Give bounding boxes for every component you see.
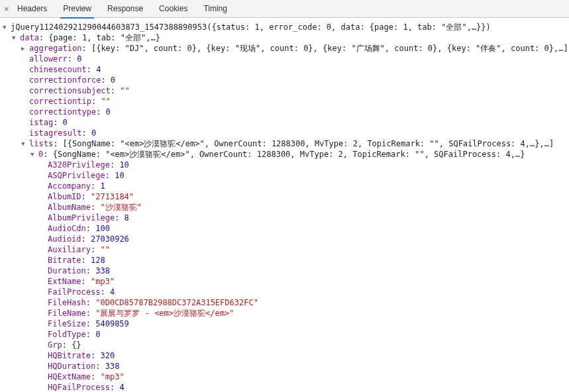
property-key: ExtName <box>48 277 81 286</box>
property-row[interactable]: A320Privilege: 10 <box>3 160 569 170</box>
property-line: lists: [{SongName: "<em>沙漠骆驼</em>", Owne… <box>29 138 554 149</box>
property-line: correctionsubject: "" <box>29 85 130 96</box>
property-row[interactable]: FailProcess: 4 <box>3 287 569 297</box>
property-key: HQBitrate <box>48 351 91 360</box>
tab-preview[interactable]: Preview <box>55 0 99 18</box>
property-line: AlbumPrivilege: 8 <box>48 213 129 223</box>
property-row[interactable]: correctionforce: 0 <box>3 75 569 85</box>
property-value: 338 <box>105 362 120 371</box>
property-row[interactable]: FoldType: 0 <box>3 329 569 340</box>
property-value: [{key: "DJ", count: 0}, {key: "现场", coun… <box>91 44 568 53</box>
property-line: FileSize: 5409859 <box>48 318 129 329</box>
property-line: FileHash: "0D0CD85787B2988DC372A315EFD63… <box>48 297 258 308</box>
property-line: A320Privilege: 10 <box>48 160 129 170</box>
property-value: 4 <box>110 287 115 297</box>
property-row[interactable]: ExtName: "mp3" <box>3 276 569 287</box>
tab-response[interactable]: Response <box>99 0 151 18</box>
tab-timing[interactable]: Timing <box>195 0 235 18</box>
property-row[interactable]: correctiontype: 0 <box>3 107 569 117</box>
chevron-right-icon[interactable]: ▶ <box>21 43 28 54</box>
property-line: FoldType: 0 <box>48 329 100 340</box>
property-row[interactable]: chinesecount: 4 <box>3 64 569 75</box>
property-line: correctiontip: "" <box>29 96 111 107</box>
property-key: FileSize <box>48 319 86 328</box>
property-row[interactable]: Audioid: 27030926 <box>3 234 569 244</box>
property-row[interactable]: allowerr: 0 <box>3 54 569 64</box>
chevron-down-icon[interactable]: ▼ <box>12 32 19 43</box>
property-line: FailProcess: 4 <box>48 287 115 297</box>
chevron-down-icon[interactable]: ▼ <box>30 149 37 160</box>
property-row[interactable]: HQBitrate: 320 <box>3 350 569 361</box>
property-value: 5409859 <box>95 319 129 328</box>
property-value: 128 <box>91 256 105 265</box>
property-line: HQExtName: "mp3" <box>48 371 125 382</box>
property-key: A320Privilege <box>48 160 110 170</box>
chevron-down-icon[interactable]: ▼ <box>3 22 9 32</box>
property-value: 4 <box>96 65 101 74</box>
property-value: 0 <box>111 75 115 85</box>
property-row[interactable]: HQDuration: 338 <box>3 361 569 371</box>
property-row[interactable]: Bitrate: 128 <box>3 255 569 266</box>
property-row[interactable]: AlbumID: "2713184" <box>3 191 569 202</box>
property-value: {} <box>72 340 81 350</box>
chevron-down-icon[interactable]: ▼ <box>21 138 28 149</box>
property-value: "mp3" <box>100 372 124 381</box>
property-key: Accompany <box>48 181 91 191</box>
property-line: ExtName: "mp3" <box>48 276 115 287</box>
property-value: "" <box>100 245 109 254</box>
property-row[interactable]: Auxiliary: "" <box>3 244 569 255</box>
property-row[interactable]: ASQPrivilege: 10 <box>3 170 569 181</box>
property-row[interactable]: AlbumPrivilege: 8 <box>3 213 569 223</box>
property-line: istagresult: 0 <box>29 128 96 138</box>
property-key: data <box>20 33 39 42</box>
property-value: 8 <box>125 213 129 222</box>
root-row[interactable]: ▼ jQuery112402921290044603873_1547388890… <box>3 22 569 32</box>
tab-headers[interactable]: Headers <box>9 0 55 18</box>
list-item-0-row[interactable]: ▼ 0: {SongName: "<em>沙漠骆驼</em>", OwnerCo… <box>3 149 569 160</box>
property-row[interactable]: Duration: 338 <box>3 266 569 276</box>
property-line: 0: {SongName: "<em>沙漠骆驼</em>", OwnerCoun… <box>38 149 525 160</box>
property-key: istagresult <box>29 128 81 138</box>
property-row[interactable]: istag: 0 <box>3 117 569 128</box>
property-value: "展展与罗罗 - <em>沙漠骆驼</em>" <box>95 309 234 318</box>
property-key: AudioCdn <box>48 224 86 233</box>
property-value: 0 <box>63 118 68 127</box>
property-value: 0 <box>95 330 100 339</box>
property-row[interactable]: correctionsubject: "" <box>3 85 569 96</box>
property-line: HQFailProcess: 4 <box>48 382 125 392</box>
preview-tree[interactable]: ▼ jQuery112402921290044603873_1547388890… <box>0 18 569 392</box>
property-key: Auxiliary <box>48 245 91 254</box>
property-line: correctionforce: 0 <box>29 75 115 85</box>
property-value: 0 <box>77 54 81 64</box>
aggregation-row[interactable]: ▶ aggregation: [{key: "DJ", count: 0}, {… <box>3 43 569 54</box>
data-row[interactable]: ▼ data: {page: 1, tab: "全部",…} <box>3 32 569 43</box>
property-value: "沙漠骆驼" <box>100 203 141 212</box>
property-row[interactable]: AlbumName: "沙漠骆驼" <box>3 202 569 213</box>
property-key: chinesecount <box>29 65 87 74</box>
property-row[interactable]: FileName: "展展与罗罗 - <em>沙漠骆驼</em>" <box>3 308 569 318</box>
property-line: allowerr: 0 <box>29 54 81 64</box>
property-value: 100 <box>95 224 110 233</box>
property-row[interactable]: FileSize: 5409859 <box>3 318 569 329</box>
property-line: Audioid: 27030926 <box>48 234 129 244</box>
property-key: aggregation <box>29 44 81 53</box>
property-row[interactable]: HQFailProcess: 4 <box>3 382 569 392</box>
property-key: Duration <box>48 266 86 275</box>
property-row[interactable]: istagresult: 0 <box>3 128 569 138</box>
property-row[interactable]: correctiontip: "" <box>3 96 569 107</box>
property-row[interactable]: Accompany: 1 <box>3 181 569 191</box>
property-line: HQBitrate: 320 <box>48 350 115 361</box>
property-value: 0 <box>91 128 96 138</box>
property-value: 10 <box>115 171 124 180</box>
property-row[interactable]: HQExtName: "mp3" <box>3 371 569 382</box>
property-row[interactable]: AudioCdn: 100 <box>3 223 569 234</box>
property-row[interactable]: FileHash: "0D0CD85787B2988DC372A315EFD63… <box>3 297 569 308</box>
property-line: data: {page: 1, tab: "全部",…} <box>20 32 160 43</box>
property-line: correctiontype: 0 <box>29 107 111 117</box>
lists-row[interactable]: ▼ lists: [{SongName: "<em>沙漠骆驼</em>", Ow… <box>3 138 569 149</box>
tab-cookies[interactable]: Cookies <box>151 0 195 18</box>
close-icon[interactable]: × <box>0 5 9 13</box>
property-line: Bitrate: 128 <box>48 255 105 266</box>
property-row[interactable]: Grp: {} <box>3 340 569 350</box>
devtools-tabbar: × Headers Preview Response Cookies Timin… <box>0 0 569 18</box>
